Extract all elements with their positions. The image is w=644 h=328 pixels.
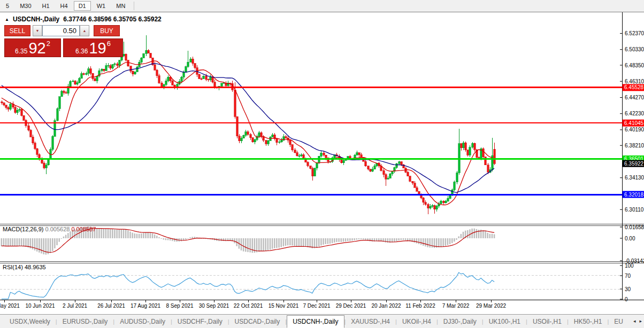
svg-text:2 Jul 2021: 2 Jul 2021	[63, 303, 88, 309]
chart-tab-ukoil-h4[interactable]: UKOil-,H4	[397, 316, 436, 327]
svg-text:6.35922: 6.35922	[624, 161, 644, 167]
trade-panel-controls: SELL ▼ ▲ BUY	[4, 25, 123, 36]
svg-text:6.46310: 6.46310	[625, 79, 644, 84]
trade-panel-prices: 6.35 92 2 6.36 19 6	[4, 38, 123, 57]
price-chart-canvas[interactable]: 6.523706.503306.483506.463106.442706.422…	[0, 12, 644, 315]
timeframe-button-H1[interactable]: H1	[37, 1, 55, 11]
svg-text:6.40190: 6.40190	[625, 127, 644, 132]
timeframe-toolbar: 5M30H1H4D1W1MN	[0, 0, 644, 12]
svg-text:0.016586: 0.016586	[625, 224, 644, 230]
collapse-arrow-icon[interactable]: ▲	[5, 17, 9, 22]
chart-tab-audusd-daily[interactable]: AUDUSD-,Daily	[114, 316, 171, 327]
timeframe-button-MN[interactable]: MN	[111, 1, 130, 11]
chart-tab-usdcad-daily[interactable]: USDCAD-,Daily	[229, 316, 286, 327]
svg-text:26 Jul 2021: 26 Jul 2021	[97, 303, 125, 309]
chart-title: ▲ USDCNH-,Daily 6.37746 6.38596 6.35705 …	[5, 15, 162, 23]
sell-price-button[interactable]: 6.35 92 2	[4, 38, 61, 57]
svg-text:RSI(14) 48.9635: RSI(14) 48.9635	[3, 264, 46, 270]
tab-scroll-right-icon[interactable]: ▸	[639, 318, 642, 324]
chart-tab-usdx-weekly[interactable]: USDX,Weekly	[4, 316, 56, 327]
chart-tab-xauusd-h4[interactable]: XAUUSD-,H4	[346, 316, 395, 327]
buy-price-small: 6.36	[75, 48, 88, 55]
timeframe-button-M30[interactable]: M30	[15, 1, 36, 11]
volume-decrease-icon[interactable]: ▼	[33, 25, 42, 36]
timeframe-button-D1[interactable]: D1	[74, 1, 91, 11]
toolbar-separator	[134, 2, 134, 10]
svg-text:6.32018: 6.32018	[624, 192, 644, 198]
volume-increase-icon[interactable]: ▲	[80, 25, 89, 36]
buy-button[interactable]: BUY	[94, 25, 120, 36]
svg-text:70: 70	[625, 273, 631, 279]
svg-text:6.44270: 6.44270	[625, 95, 644, 100]
svg-text:7 Dec 2021: 7 Dec 2021	[303, 303, 331, 309]
svg-text:MACD(12,26,9) 0.005628 0.00858: MACD(12,26,9) 0.005628 0.008587	[3, 226, 96, 232]
svg-text:6.50330: 6.50330	[625, 46, 644, 52]
svg-text:19 May 2021: 19 May 2021	[0, 303, 20, 309]
timeframe-button-5[interactable]: 5	[1, 1, 14, 11]
svg-text:7 Mar 2022: 7 Mar 2022	[442, 303, 470, 309]
svg-text:15 Nov 2021: 15 Nov 2021	[269, 303, 299, 309]
svg-text:30: 30	[625, 286, 631, 292]
svg-text:10 Jun 2021: 10 Jun 2021	[25, 303, 55, 309]
sell-price-big: 92	[28, 40, 45, 57]
svg-text:100: 100	[625, 263, 634, 269]
chart-ohlc-values: 6.37746 6.38596 6.35705 6.35922	[63, 15, 162, 23]
chart-tab-usoil-h1[interactable]: USOil-,H1	[527, 316, 567, 327]
svg-text:6.30110: 6.30110	[625, 207, 644, 213]
buy-price-button[interactable]: 6.36 19 6	[63, 38, 123, 57]
buy-price-big: 19	[89, 40, 106, 57]
timeframe-button-H4[interactable]: H4	[56, 1, 73, 11]
svg-text:30 Sep 2021: 30 Sep 2021	[199, 303, 229, 309]
chart-tab-eurusd-daily[interactable]: EURUSD-,Daily	[57, 316, 113, 327]
chart-tab-uk100-h1[interactable]: UK100-,H1	[484, 316, 526, 327]
tab-scroll-left-icon[interactable]: ◂	[633, 318, 636, 324]
chart-tab-eu[interactable]: EU	[609, 316, 628, 327]
volume-input[interactable]	[42, 25, 80, 36]
trading-terminal: 5M30H1H4D1W1MN 6.523706.503306.483506.46…	[0, 0, 644, 328]
svg-text:11 Feb 2022: 11 Feb 2022	[405, 303, 435, 309]
svg-text:29 Mar 2022: 29 Mar 2022	[476, 303, 507, 309]
chart-window: 6.523706.503306.483506.463106.442706.422…	[0, 12, 644, 314]
svg-text:17 Aug 2021: 17 Aug 2021	[131, 303, 161, 309]
svg-text:6.48350: 6.48350	[625, 63, 644, 68]
svg-text:0: 0	[625, 296, 628, 302]
buy-price-sup: 6	[107, 40, 111, 48]
timeframe-button-W1[interactable]: W1	[92, 1, 111, 11]
one-click-trade-panel: SELL ▼ ▲ BUY 6.35 92 2 6.36 19 6	[4, 25, 123, 57]
svg-text:22 Oct 2021: 22 Oct 2021	[234, 303, 263, 309]
chart-tab-usdcnh-daily[interactable]: USDCNH-,Daily	[287, 315, 344, 328]
chart-tab-hk50-h1[interactable]: HK50-,H1	[569, 316, 608, 327]
svg-text:6.45528: 6.45528	[624, 84, 644, 90]
svg-text:6.34130: 6.34130	[625, 175, 644, 181]
chart-tab-dj30-daily[interactable]: DJ30-,Daily	[438, 316, 482, 327]
sell-button[interactable]: SELL	[4, 25, 30, 36]
svg-text:0.00: 0.00	[625, 236, 635, 241]
svg-text:20 Jan 2022: 20 Jan 2022	[371, 303, 401, 309]
chart-symbol-label: USDCNH-,Daily	[13, 15, 59, 23]
tab-scroll-arrows: ◂▸	[633, 318, 642, 324]
svg-text:8 Sep 2021: 8 Sep 2021	[166, 303, 194, 309]
chart-tab-usdchf-daily[interactable]: USDCHF-,Daily	[172, 316, 228, 327]
sell-price-sup: 2	[47, 40, 50, 48]
svg-text:6.42230: 6.42230	[625, 111, 644, 116]
chart-tab-bar: USDX,Weekly|EURUSD-,Daily|AUDUSD-,Daily|…	[0, 314, 644, 328]
sell-price-small: 6.35	[15, 48, 27, 55]
svg-text:29 Dec 2021: 29 Dec 2021	[336, 303, 366, 309]
svg-text:6.41045: 6.41045	[624, 120, 644, 126]
svg-text:6.52370: 6.52370	[625, 30, 644, 36]
svg-text:6.38210: 6.38210	[625, 143, 644, 149]
